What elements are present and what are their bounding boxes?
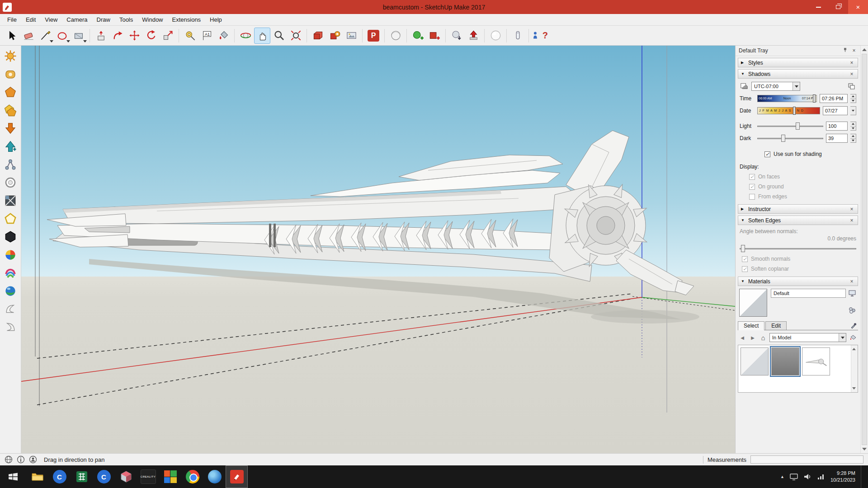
display-icon[interactable] — [790, 473, 798, 480]
left-tool-shell-right-button[interactable] — [2, 319, 19, 335]
taskbar-app-blue[interactable] — [203, 465, 226, 488]
pan-tool-button[interactable] — [254, 28, 270, 44]
close-panel-button[interactable]: × — [849, 217, 855, 224]
zoom-tool-button[interactable] — [271, 28, 287, 44]
shadow-details-button[interactable] — [847, 82, 856, 91]
tray-scrollbar[interactable] — [860, 46, 868, 453]
tray-scrollbar-thumb[interactable] — [862, 54, 867, 445]
left-tool-color-wheel-button[interactable] — [2, 247, 19, 263]
cube-gear-button[interactable] — [326, 28, 343, 44]
tray-close-button[interactable]: × — [851, 47, 857, 54]
instructor-panel-header[interactable]: ▶ Instructor × — [738, 204, 858, 214]
menu-edit[interactable]: Edit — [21, 14, 40, 25]
time-slider[interactable]: 06:00 AM Noon 07:14 PM — [757, 95, 817, 102]
collapse-arrow-icon[interactable]: ▼ — [741, 218, 745, 222]
time-spinner[interactable] — [850, 94, 856, 103]
collapse-arrow-icon[interactable]: ▼ — [741, 72, 745, 76]
back-button[interactable]: ◀ — [738, 333, 746, 342]
combo-arrow-icon[interactable] — [793, 82, 800, 90]
add-sphere-button[interactable] — [410, 28, 426, 44]
styles-panel-header[interactable]: ▶ Styles × — [738, 58, 858, 67]
light-value-field[interactable]: 100 — [826, 122, 848, 131]
date-slider[interactable]: J F M A M J J A S O N D — [757, 107, 820, 114]
materials-scrollbar[interactable] — [851, 345, 858, 392]
material-swatch-gray[interactable] — [771, 347, 799, 375]
left-tool-capsule-button[interactable] — [2, 66, 19, 82]
select-tool-button[interactable] — [4, 28, 20, 44]
line-tool-button[interactable] — [37, 28, 53, 44]
menu-view[interactable]: View — [40, 14, 62, 25]
left-tool-pentagon-orange-button[interactable] — [2, 84, 19, 100]
taskbar-app-file-explorer[interactable] — [26, 465, 48, 488]
timezone-select[interactable]: UTC-07:00 — [751, 82, 800, 91]
component-cube-button[interactable] — [310, 28, 326, 44]
taskbar-app-c1[interactable]: C — [48, 465, 71, 488]
push-pull-tool-button[interactable] — [93, 28, 109, 44]
follow-me-tool-button[interactable] — [109, 28, 126, 44]
volume-icon[interactable] — [803, 473, 811, 480]
left-tool-nodes-button[interactable] — [2, 156, 19, 173]
menu-window[interactable]: Window — [137, 14, 167, 25]
dropdown-arrow-icon[interactable] — [50, 40, 53, 42]
ball-tool-button[interactable] — [487, 28, 504, 44]
collapse-arrow-icon[interactable]: ▼ — [741, 279, 745, 283]
paint-bucket-tool-button[interactable] — [215, 28, 231, 44]
arc-tool-button[interactable] — [54, 28, 70, 44]
pin-icon[interactable] — [843, 47, 848, 54]
orbit-tool-button[interactable] — [237, 28, 254, 44]
taskbar-app-creality[interactable]: CREALITY — [137, 465, 159, 488]
help-button[interactable]: ? — [532, 28, 548, 44]
start-button[interactable] — [0, 465, 26, 488]
on-faces-checkbox[interactable]: ✓ — [749, 174, 755, 180]
rectangle-tool-button[interactable] — [71, 28, 87, 44]
time-value-field[interactable]: 07:26 PM — [820, 94, 848, 103]
on-ground-checkbox[interactable]: ✓ — [749, 184, 755, 190]
soften-coplanar-checkbox[interactable]: ✓ — [742, 266, 748, 272]
menu-extensions[interactable]: Extensions — [168, 14, 206, 25]
menu-help[interactable]: Help — [205, 14, 226, 25]
scroll-down-icon[interactable] — [862, 448, 867, 450]
left-tool-checker-button[interactable] — [2, 192, 19, 209]
rotate-tool-button[interactable] — [143, 28, 159, 44]
close-panel-button[interactable]: × — [849, 278, 855, 285]
sample-paint-button[interactable] — [849, 333, 858, 342]
sphere-download-button[interactable] — [448, 28, 465, 44]
left-tool-arrow-up-button[interactable] — [2, 138, 19, 155]
close-button[interactable]: × — [848, 0, 868, 14]
info-icon[interactable] — [17, 455, 25, 464]
arrow-export-button[interactable] — [465, 28, 481, 44]
menu-file[interactable]: File — [3, 14, 21, 25]
taskbar-clock[interactable]: 9:28 PM 10/21/2023 — [830, 470, 855, 484]
menu-camera[interactable]: Camera — [62, 14, 92, 25]
viewport[interactable] — [21, 46, 735, 453]
dark-slider-thumb[interactable] — [781, 135, 785, 142]
taskbar-app-c2[interactable]: C — [93, 465, 115, 488]
show-desktop-button[interactable] — [861, 465, 864, 488]
material-swatch-default[interactable] — [741, 347, 769, 375]
light-slider[interactable] — [757, 122, 823, 130]
soften-edges-panel-header[interactable]: ▼ Soften Edges × — [738, 216, 858, 225]
secondary-pane-button[interactable] — [848, 289, 857, 298]
time-slider-thumb[interactable] — [813, 94, 816, 103]
expand-arrow-icon[interactable]: ▶ — [741, 207, 745, 211]
date-slider-thumb[interactable] — [793, 107, 796, 115]
credits-icon[interactable] — [29, 455, 37, 464]
tab-select[interactable]: Select — [738, 321, 764, 330]
menu-tools[interactable]: Tools — [115, 14, 137, 25]
network-icon[interactable] — [817, 473, 825, 480]
measurements-box[interactable] — [750, 455, 863, 464]
cylinder-tool-button[interactable] — [509, 28, 526, 44]
left-tool-arrow-down-button[interactable] — [2, 120, 19, 136]
toggle-shadows-button[interactable] — [740, 82, 749, 91]
geolocation-icon[interactable] — [5, 455, 13, 464]
close-panel-button[interactable]: × — [849, 71, 855, 77]
taskbar-app-spreadsheet[interactable] — [71, 465, 93, 488]
expand-arrow-icon[interactable]: ▶ — [741, 61, 745, 65]
angle-slider-thumb[interactable] — [741, 245, 745, 252]
close-panel-button[interactable]: × — [849, 60, 855, 66]
taskbar-app-chrome[interactable] — [181, 465, 203, 488]
angle-slider[interactable] — [740, 245, 856, 252]
from-edges-checkbox[interactable] — [749, 194, 755, 200]
light-spinner[interactable] — [850, 122, 856, 131]
scale-tool-button[interactable] — [160, 28, 176, 44]
